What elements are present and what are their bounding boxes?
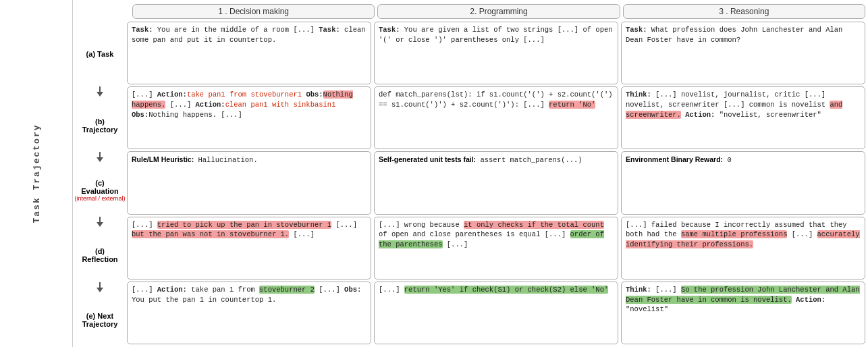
row-label-reflection: (d)Reflection (74, 217, 126, 282)
cell-traj-3: Think: [...] novelist, journalist, criti… (621, 86, 865, 149)
cell-refl-1: [...] tried to pick up the pan in stoveb… (127, 217, 371, 279)
row-labels: (a) Task (b)Trajectory (c)Evaluation (in… (73, 22, 127, 347)
sidebar-title: Task Trajectory (31, 124, 41, 223)
cell-next-1: [...] Action: take pan 1 from stoveburne… (127, 282, 371, 344)
col-headers: 1 . Decision making 2. Programming 3 . R… (73, 0, 868, 22)
main-content: 1 . Decision making 2. Programming 3 . R… (73, 0, 868, 347)
row-trajectory: [...] Action:take pan1 from stoveburner1… (127, 86, 865, 149)
row-label-evaluation: (c)Evaluation (internal / external) (74, 152, 126, 217)
cell-task-2: Task: You are given a list of two string… (374, 22, 618, 84)
row-label-task: (a) Task (74, 22, 126, 86)
row-label-trajectory: (b)Trajectory (74, 86, 126, 151)
rows-area: (a) Task (b)Trajectory (c)Evaluation (in… (73, 22, 868, 347)
col-header-3: 3 . Reasoning (623, 4, 865, 19)
grid-area: Task: You are in the middle of a room [.… (127, 22, 868, 347)
cell-task-3: Task: What profession does John Lanchest… (621, 22, 865, 84)
col-header-1: 1 . Decision making (132, 4, 375, 19)
row-next-traj: [...] Action: take pan 1 from stoveburne… (127, 282, 865, 344)
cell-eval-2: Self-generated unit tests fail: assert m… (374, 151, 618, 214)
row-label-next-trajectory: (e) NextTrajectory (74, 282, 126, 347)
row-reflection: [...] tried to pick up the pan in stoveb… (127, 217, 865, 279)
col-header-2: 2. Programming (377, 4, 620, 19)
cell-eval-3: Environment Binary Reward: 0 (621, 151, 865, 214)
row-eval: Rule/LM Heuristic: Hallucination. Self-g… (127, 151, 865, 214)
cell-next-2: [...] return 'Yes' if check(S1) or check… (374, 282, 618, 344)
cell-task-1: Task: You are in the middle of a room [.… (127, 22, 371, 84)
cell-next-3: Think: [...] So the profession John Lanc… (621, 282, 865, 344)
cell-refl-3: [...] failed because I incorrectly assum… (621, 217, 865, 279)
row-task: Task: You are in the middle of a room [.… (127, 22, 865, 84)
cell-traj-1: [...] Action:take pan1 from stoveburner1… (127, 86, 371, 149)
cell-traj-2: def match_parens(lst): if s1.count('(') … (374, 86, 618, 149)
cell-eval-1: Rule/LM Heuristic: Hallucination. (127, 151, 371, 214)
cell-refl-2: [...] wrong because it only checks if th… (374, 217, 618, 279)
sidebar-trajectory-label: Task Trajectory (0, 0, 73, 347)
